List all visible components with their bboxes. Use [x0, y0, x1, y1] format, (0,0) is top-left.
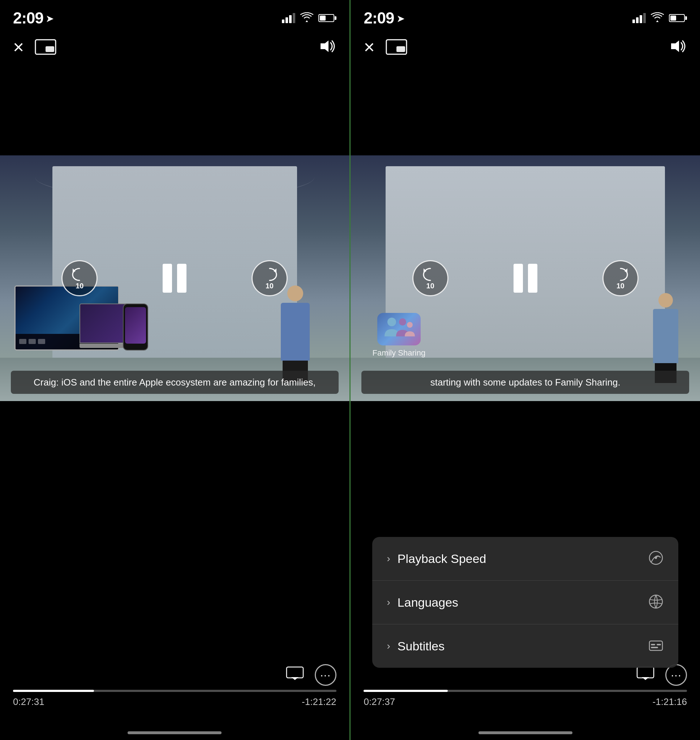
left-status-time: 2:09	[13, 9, 43, 27]
left-close-button[interactable]: ×	[13, 38, 24, 56]
right-forward-button[interactable]: 10	[603, 260, 638, 296]
right-location-icon: ➤	[396, 13, 405, 25]
left-forward-label: 10	[266, 282, 274, 290]
right-airplay-button[interactable]	[637, 666, 654, 684]
right-current-time: 0:27:37	[363, 696, 395, 708]
right-panel: 2:09 ➤	[350, 0, 700, 740]
right-subtitle-text: starting with some updates to Family Sha…	[430, 377, 621, 388]
svg-rect-13	[657, 644, 661, 645]
right-playback-controls: 10 10	[350, 156, 700, 401]
left-pip-button[interactable]	[35, 39, 56, 55]
right-progress-container: 0:27:37 -1:21:16	[350, 690, 700, 708]
svg-point-10	[649, 595, 662, 608]
left-playback-controls: 10 10	[0, 156, 350, 401]
left-forward-button[interactable]: 10	[251, 260, 288, 296]
menu-item-subtitles[interactable]: › Subtitles	[372, 624, 678, 668]
left-rewind-button[interactable]: 10	[62, 260, 97, 296]
right-close-button[interactable]: ×	[363, 38, 374, 56]
svg-rect-4	[396, 46, 405, 52]
svg-rect-1	[46, 46, 54, 52]
left-more-button[interactable]: ···	[315, 664, 337, 686]
right-pause-button[interactable]	[513, 264, 537, 293]
right-progress-fill	[363, 690, 448, 692]
right-status-time: 2:09	[363, 9, 394, 27]
menu-item-languages[interactable]: › Languages	[372, 581, 678, 624]
left-battery-icon	[318, 14, 337, 22]
right-forward-label: 10	[616, 282, 625, 290]
right-pip-button[interactable]	[385, 39, 407, 55]
left-progress-container: 0:27:31 -1:21:22	[0, 690, 350, 708]
right-volume-button[interactable]	[668, 38, 687, 56]
left-bottom-area: ··· 0:27:31 -1:21:22	[0, 614, 350, 740]
left-volume-button[interactable]	[318, 38, 337, 56]
right-signal-icon	[632, 13, 646, 23]
left-top-controls: ×	[0, 29, 350, 65]
playback-speed-label: Playback Speed	[397, 552, 487, 566]
right-menu-overlay: › Playback Speed › Languages	[372, 537, 678, 668]
languages-label: Languages	[397, 595, 458, 609]
left-wifi-icon	[300, 12, 313, 24]
right-wifi-icon	[651, 12, 664, 24]
svg-rect-11	[649, 641, 662, 650]
left-remaining-time: -1:21:22	[302, 696, 336, 708]
left-video-area: 10 10 Craig: iOS and the entire Apple ec…	[0, 156, 350, 401]
playback-speed-chevron: ›	[387, 553, 390, 564]
svg-rect-2	[287, 667, 303, 678]
left-rewind-label: 10	[75, 282, 84, 290]
subtitles-chevron: ›	[387, 640, 390, 652]
right-subtitle-bar: starting with some updates to Family Sha…	[362, 371, 689, 394]
svg-rect-12	[651, 644, 655, 645]
left-subtitle-bar: Craig: iOS and the entire Apple ecosyste…	[11, 371, 338, 394]
right-remaining-time: -1:21:16	[653, 696, 687, 708]
svg-rect-15	[637, 667, 654, 678]
right-status-bar: 2:09 ➤	[350, 0, 700, 29]
left-signal-icon	[282, 13, 295, 23]
left-pause-button[interactable]	[163, 264, 187, 293]
svg-rect-14	[651, 647, 658, 648]
right-home-indicator	[478, 731, 572, 734]
globe-icon	[648, 594, 664, 611]
right-rewind-button[interactable]: 10	[412, 260, 449, 296]
right-bottom-area: › Playback Speed › Languages	[350, 614, 700, 740]
subtitles-label: Subtitles	[397, 639, 444, 653]
left-status-bar: 2:09 ➤	[0, 0, 350, 29]
left-progress-bar[interactable]	[13, 690, 337, 692]
right-rewind-label: 10	[426, 282, 434, 290]
left-current-time: 0:27:31	[13, 696, 44, 708]
right-battery-icon	[669, 14, 687, 22]
menu-item-playback-speed[interactable]: › Playback Speed	[372, 537, 678, 581]
left-panel: 2:09 ➤	[0, 0, 350, 740]
speedometer-icon	[648, 550, 664, 567]
left-progress-fill	[13, 690, 94, 692]
left-home-indicator	[128, 731, 222, 734]
left-bottom-controls: ···	[0, 664, 350, 686]
right-status-icons	[632, 12, 687, 24]
right-video-area: Family Sharing 10	[350, 156, 700, 401]
right-top-controls: ×	[350, 29, 700, 65]
subtitles-icon	[648, 637, 664, 655]
left-subtitle-text: Craig: iOS and the entire Apple ecosyste…	[34, 377, 316, 388]
languages-chevron: ›	[387, 596, 390, 608]
left-airplay-button[interactable]	[286, 666, 304, 684]
left-location-icon: ➤	[46, 13, 54, 25]
left-status-icons	[282, 12, 337, 24]
right-progress-bar[interactable]	[363, 690, 687, 692]
